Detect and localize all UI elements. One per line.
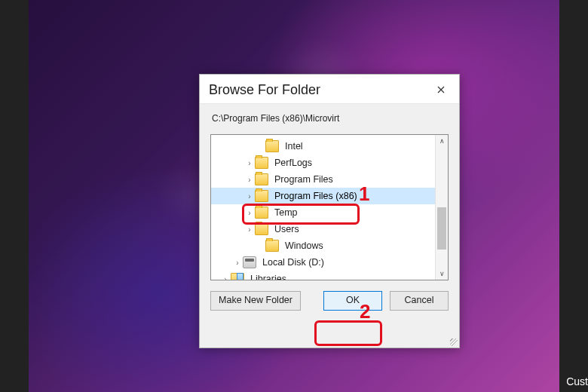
tree-item-label: Local Disk (D:): [261, 256, 326, 268]
scroll-thumb[interactable]: [437, 207, 446, 250]
browse-for-folder-dialog: Browse For Folder C:\Program Files (x86)…: [199, 74, 460, 348]
tree-item-label: Libraries: [249, 273, 288, 280]
cancel-button[interactable]: Cancel: [390, 291, 449, 311]
scroll-up-arrow[interactable]: ∧: [436, 135, 448, 147]
dialog-button-row: Make New Folder OK Cancel: [210, 280, 449, 311]
tree-item[interactable]: ›Program Files: [211, 171, 436, 188]
close-icon: [437, 86, 445, 93]
tree-item[interactable]: ›Windows: [211, 237, 436, 254]
tree-item[interactable]: ›Temp: [211, 204, 436, 221]
tree-item[interactable]: ›Users: [211, 221, 436, 237]
folder-icon: [255, 173, 268, 185]
folder-icon: [255, 223, 268, 235]
disk-icon: [243, 256, 256, 268]
folder-icon: [255, 190, 268, 202]
resize-grip-icon[interactable]: [450, 338, 458, 346]
tree-item[interactable]: ›Local Disk (D:): [211, 254, 436, 271]
tree-item-label: Users: [273, 223, 301, 235]
tree-item[interactable]: ›Intel: [211, 138, 436, 155]
tree-item-label: Program Files (x86): [273, 190, 359, 202]
scroll-down-arrow[interactable]: ∨: [436, 268, 448, 280]
tree-item-label: PerfLogs: [273, 157, 314, 169]
folder-tree: ›Intel›PerfLogs›Program Files›Program Fi…: [210, 134, 449, 280]
chevron-right-icon[interactable]: ›: [232, 259, 243, 267]
folder-icon: [255, 207, 268, 219]
chevron-right-icon[interactable]: ›: [244, 192, 255, 201]
corner-text: Cust: [566, 375, 588, 387]
tree-item-label: Intel: [283, 140, 305, 152]
tree-item[interactable]: ›Program Files (x86): [211, 188, 436, 204]
tree-item[interactable]: ›Libraries: [211, 271, 436, 280]
tree-item-label: Windows: [283, 240, 325, 252]
selected-path: C:\Program Files (x86)\Microvirt: [210, 106, 449, 134]
lib-icon: [231, 273, 244, 280]
chevron-right-icon[interactable]: ›: [244, 176, 255, 184]
make-new-folder-button[interactable]: Make New Folder: [210, 291, 301, 311]
chevron-right-icon[interactable]: ›: [244, 159, 255, 167]
chevron-right-icon[interactable]: ›: [220, 275, 231, 280]
folder-tree-viewport[interactable]: ›Intel›PerfLogs›Program Files›Program Fi…: [211, 135, 436, 280]
folder-icon: [265, 240, 279, 252]
close-button[interactable]: [430, 81, 452, 99]
chevron-right-icon[interactable]: ›: [244, 225, 255, 234]
folder-icon: [265, 140, 279, 152]
chevron-right-icon[interactable]: ›: [244, 209, 255, 217]
folder-icon: [255, 157, 268, 169]
dialog-title: Browse For Folder: [209, 82, 320, 98]
titlebar: Browse For Folder: [200, 75, 459, 103]
tree-item-label: Program Files: [273, 173, 335, 185]
tree-item-label: Temp: [273, 207, 299, 219]
vertical-scrollbar[interactable]: ∧ ∨: [435, 135, 448, 280]
tree-item[interactable]: ›PerfLogs: [211, 155, 436, 171]
ok-button[interactable]: OK: [323, 291, 382, 311]
dialog-body: C:\Program Files (x86)\Microvirt ›Intel›…: [200, 103, 459, 348]
